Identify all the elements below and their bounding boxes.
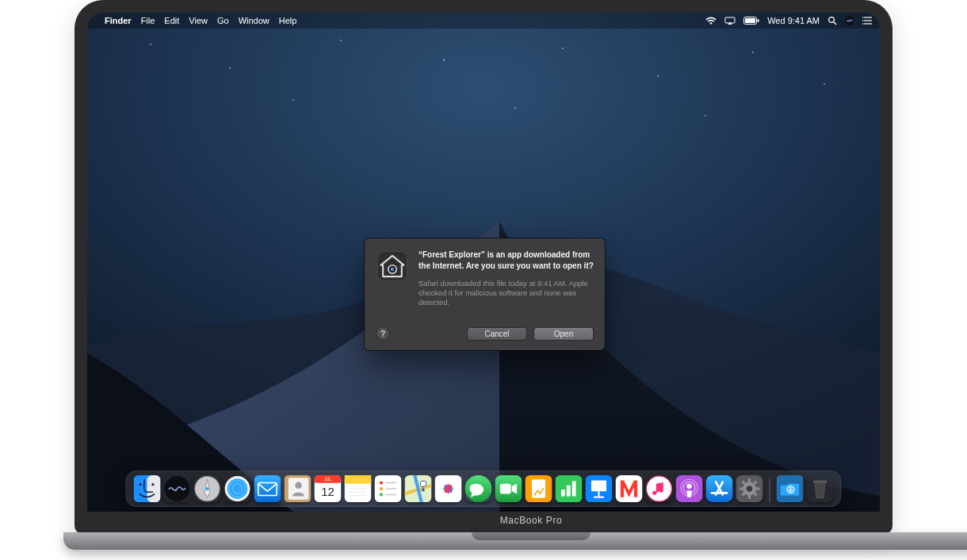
- dock-app-calendar[interactable]: JUL12: [315, 475, 342, 502]
- dock-app-trash[interactable]: [807, 475, 834, 502]
- battery-icon[interactable]: [743, 17, 759, 25]
- menu-item-file[interactable]: File: [141, 16, 155, 25]
- svg-rect-81: [567, 486, 571, 497]
- svg-rect-80: [561, 490, 565, 497]
- svg-point-27: [391, 268, 395, 272]
- svg-point-64: [420, 481, 426, 486]
- svg-point-8: [824, 83, 825, 85]
- dock-app-appstore[interactable]: [706, 475, 733, 502]
- menu-item-edit[interactable]: Edit: [164, 16, 179, 25]
- svg-rect-101: [748, 494, 751, 498]
- menubar-clock[interactable]: Wed 9:41 AM: [767, 16, 820, 25]
- svg-rect-84: [591, 480, 606, 491]
- svg-point-22: [862, 17, 863, 18]
- dock-app-pages[interactable]: [526, 475, 552, 502]
- svg-rect-112: [813, 480, 827, 482]
- gatekeeper-dialog: “Forest Explorer” is an app downloaded f…: [365, 238, 605, 350]
- dock-app-photos[interactable]: [435, 475, 462, 502]
- svg-point-38: [227, 478, 248, 499]
- svg-point-1: [150, 44, 151, 45]
- menu-app-name[interactable]: Finder: [105, 16, 132, 25]
- svg-point-91: [686, 484, 691, 489]
- dock: JUL12: [126, 470, 842, 507]
- svg-point-4: [443, 59, 445, 61]
- svg-point-7: [752, 51, 754, 53]
- svg-rect-52: [345, 475, 372, 484]
- open-button[interactable]: Open: [533, 327, 594, 341]
- svg-rect-85: [598, 491, 599, 496]
- list-icon[interactable]: [862, 17, 872, 25]
- svg-rect-102: [740, 487, 743, 490]
- menu-item-go[interactable]: Go: [217, 16, 229, 25]
- camera-dot: [481, 5, 486, 10]
- dock-app-reminders[interactable]: [375, 475, 402, 502]
- dock-separator: [770, 478, 770, 502]
- svg-point-32: [151, 483, 154, 486]
- svg-point-36: [205, 487, 208, 490]
- svg-point-59: [380, 493, 383, 496]
- siri-icon[interactable]: [845, 16, 854, 25]
- menu-bar-right: Wed 9:41 AM: [705, 16, 872, 25]
- laptop-base: MacBook Pro: [63, 532, 967, 550]
- svg-point-28: [391, 268, 392, 269]
- svg-rect-15: [758, 19, 759, 22]
- dock-app-system-preferences[interactable]: [736, 475, 763, 502]
- dock-app-launchpad[interactable]: [194, 475, 221, 502]
- svg-point-9: [292, 99, 294, 101]
- svg-text:12: 12: [321, 486, 334, 498]
- dock-app-news[interactable]: [616, 475, 643, 502]
- svg-point-23: [862, 20, 863, 21]
- dock-app-notes[interactable]: [345, 475, 372, 502]
- menu-bar-left: Finder File Edit View Go Window Help: [95, 16, 296, 25]
- wifi-icon[interactable]: [705, 17, 717, 25]
- dock-app-keynote[interactable]: [586, 475, 613, 502]
- device-brand-label: MacBook Pro: [500, 515, 563, 526]
- svg-rect-103: [755, 487, 759, 490]
- svg-point-10: [514, 107, 516, 109]
- svg-rect-100: [748, 478, 751, 482]
- dock-app-numbers[interactable]: [556, 475, 583, 502]
- dock-app-contacts[interactable]: [285, 475, 312, 502]
- trackpad-notch: [472, 532, 591, 540]
- svg-point-2: [229, 67, 231, 69]
- dock-app-podcasts[interactable]: [676, 475, 703, 502]
- svg-rect-87: [616, 475, 643, 502]
- dock-app-mail[interactable]: [254, 475, 281, 502]
- svg-point-57: [380, 481, 383, 484]
- svg-point-58: [380, 487, 383, 490]
- dock-app-finder[interactable]: [134, 475, 161, 502]
- dock-app-messages[interactable]: [465, 475, 492, 502]
- svg-rect-14: [745, 18, 755, 23]
- svg-rect-82: [572, 481, 576, 496]
- svg-rect-76: [500, 484, 511, 494]
- cancel-button[interactable]: Cancel: [467, 327, 527, 341]
- help-button[interactable]: ?: [376, 326, 390, 341]
- dialog-title: “Forest Explorer” is an app downloaded f…: [419, 250, 594, 271]
- svg-point-16: [829, 17, 835, 23]
- svg-point-6: [657, 75, 659, 77]
- app-home-icon: [376, 250, 409, 283]
- search-icon[interactable]: [827, 16, 837, 25]
- svg-point-24: [862, 23, 863, 25]
- dock-app-facetime[interactable]: [495, 475, 522, 502]
- svg-point-3: [340, 40, 342, 41]
- dock-app-siri[interactable]: [164, 475, 191, 502]
- screen: Finder File Edit View Go Window Help: [87, 13, 880, 512]
- dock-app-itunes[interactable]: [646, 475, 673, 502]
- menu-item-view[interactable]: View: [189, 16, 208, 25]
- airplay-icon[interactable]: [724, 17, 736, 25]
- laptop-frame: Finder File Edit View Go Window Help: [63, 0, 904, 550]
- dialog-subtitle: Safari downloaded this file today at 9:4…: [419, 279, 594, 308]
- dock-app-maps[interactable]: [405, 475, 432, 502]
- menu-item-window[interactable]: Window: [239, 16, 269, 25]
- svg-point-5: [562, 48, 564, 49]
- menu-item-help[interactable]: Help: [279, 16, 297, 25]
- svg-text:JUL: JUL: [324, 478, 331, 482]
- svg-point-11: [705, 115, 706, 116]
- svg-point-108: [747, 486, 752, 491]
- svg-line-17: [834, 22, 836, 25]
- dock-app-safari[interactable]: [224, 475, 251, 502]
- dock-app-downloads[interactable]: [777, 475, 804, 502]
- svg-rect-86: [594, 497, 604, 498]
- svg-point-45: [295, 482, 302, 490]
